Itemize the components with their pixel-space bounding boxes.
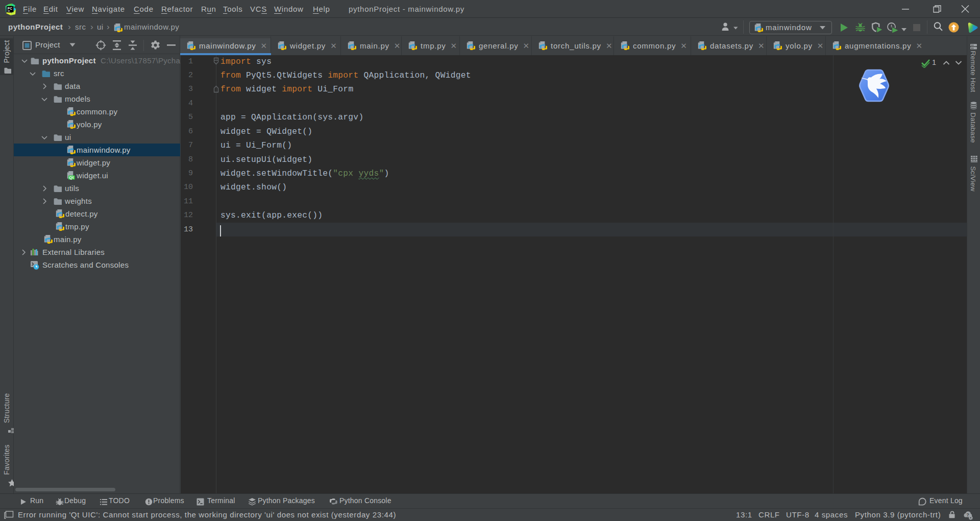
svg-text:PC: PC [8,7,12,10]
svg-text:Qt: Qt [69,175,74,180]
svg-text:?: ? [966,512,969,517]
